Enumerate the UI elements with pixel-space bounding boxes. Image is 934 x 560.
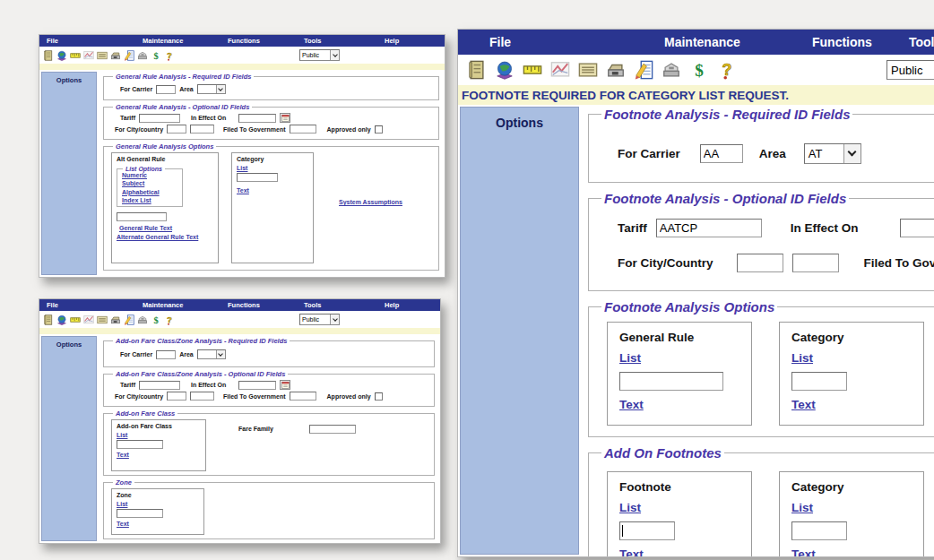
globe-icon[interactable] bbox=[56, 314, 67, 325]
text-link[interactable]: Text bbox=[791, 547, 912, 556]
in-effect-on-input[interactable] bbox=[238, 114, 276, 123]
menu-file[interactable]: File bbox=[47, 37, 143, 45]
dollar-icon[interactable]: $ bbox=[689, 60, 709, 80]
alternate-general-rule-text-link[interactable]: Alternate General Rule Text bbox=[117, 234, 213, 240]
folder-icon[interactable] bbox=[578, 60, 598, 80]
country-input[interactable] bbox=[190, 125, 214, 134]
menu-maintenance[interactable]: Maintenance bbox=[664, 35, 812, 49]
globe-icon[interactable] bbox=[56, 50, 67, 61]
approved-only-checkbox[interactable] bbox=[375, 392, 383, 401]
chevron-down-icon[interactable] bbox=[330, 314, 339, 324]
city-input[interactable] bbox=[167, 392, 186, 401]
options-panel[interactable]: Options bbox=[41, 72, 97, 275]
menu-file[interactable]: File bbox=[47, 301, 143, 309]
list-link[interactable]: List bbox=[791, 351, 912, 365]
fare-class-list-input[interactable] bbox=[117, 440, 163, 449]
list-link[interactable]: List bbox=[117, 501, 199, 507]
menu-tools[interactable]: Tools bbox=[304, 301, 385, 309]
folder-icon[interactable] bbox=[97, 314, 108, 325]
fare-family-input[interactable] bbox=[309, 425, 356, 434]
system-assumptions-link[interactable]: System Assumptions bbox=[339, 199, 402, 205]
options-panel[interactable]: Options bbox=[460, 107, 579, 555]
register-icon[interactable] bbox=[606, 60, 626, 80]
menu-help[interactable]: Help bbox=[385, 301, 399, 309]
city-input[interactable] bbox=[167, 125, 186, 134]
text-link[interactable]: Text bbox=[237, 187, 308, 194]
register-icon[interactable] bbox=[110, 50, 121, 61]
zone-list-input[interactable] bbox=[117, 509, 163, 518]
chevron-down-icon[interactable] bbox=[216, 350, 225, 358]
list-link[interactable]: List bbox=[237, 165, 308, 171]
list-link[interactable]: List bbox=[619, 351, 739, 365]
numeric-link[interactable]: Numeric bbox=[122, 172, 177, 178]
calendar-icon[interactable] bbox=[280, 380, 290, 390]
alt-general-rule-input[interactable] bbox=[117, 212, 167, 221]
menu-functions[interactable]: Functions bbox=[228, 37, 304, 45]
tariff-input[interactable] bbox=[139, 381, 180, 390]
for-carrier-input[interactable] bbox=[700, 144, 743, 163]
menu-functions[interactable]: Functions bbox=[812, 35, 909, 49]
category-list-input[interactable] bbox=[237, 173, 278, 182]
in-effect-on-input[interactable] bbox=[238, 381, 276, 390]
folder-icon[interactable] bbox=[97, 50, 108, 61]
dollar-icon[interactable]: $ bbox=[151, 50, 161, 61]
calendar-icon[interactable] bbox=[280, 113, 290, 123]
country-input[interactable] bbox=[190, 392, 214, 401]
globe-icon[interactable] bbox=[495, 60, 515, 80]
chevron-down-icon[interactable] bbox=[216, 85, 225, 93]
help-icon[interactable]: ? bbox=[164, 50, 175, 61]
register-icon[interactable] bbox=[110, 314, 121, 325]
list-link[interactable]: List bbox=[117, 432, 201, 438]
general-rule-text-link[interactable]: General Rule Text bbox=[119, 225, 213, 231]
list-link[interactable]: List bbox=[791, 501, 912, 514]
printer-icon[interactable] bbox=[137, 50, 148, 61]
menu-help[interactable]: Help bbox=[385, 37, 399, 45]
list-link[interactable]: List bbox=[619, 501, 739, 514]
pencil-icon[interactable] bbox=[634, 60, 653, 80]
scope-select[interactable]: Public bbox=[299, 314, 340, 325]
menu-maintenance[interactable]: Maintenance bbox=[143, 37, 228, 45]
printer-icon[interactable] bbox=[662, 60, 681, 80]
area-select[interactable] bbox=[197, 349, 226, 359]
ruler-icon[interactable] bbox=[70, 314, 81, 325]
text-link[interactable]: Text bbox=[117, 452, 201, 458]
help-icon[interactable]: ? bbox=[717, 60, 737, 80]
text-link[interactable]: Text bbox=[791, 398, 912, 411]
subject-link[interactable]: Subject bbox=[122, 180, 177, 186]
category-list-input[interactable] bbox=[791, 372, 847, 391]
pencil-icon[interactable] bbox=[124, 314, 134, 325]
tariff-input[interactable] bbox=[656, 219, 762, 237]
ruler-icon[interactable] bbox=[70, 50, 81, 61]
menu-maintenance[interactable]: Maintenance bbox=[143, 301, 228, 309]
ruler-icon[interactable] bbox=[523, 60, 542, 80]
filed-to-government-input[interactable] bbox=[290, 125, 316, 134]
alphabetical-link[interactable]: Alphabetical bbox=[122, 189, 177, 195]
footnote-list-input[interactable] bbox=[619, 521, 675, 540]
general-rule-list-input[interactable] bbox=[619, 372, 723, 391]
area-select[interactable]: AT bbox=[804, 143, 861, 164]
chart-icon[interactable] bbox=[83, 50, 94, 61]
options-panel[interactable]: Options bbox=[41, 336, 97, 541]
scope-select[interactable]: Public bbox=[299, 49, 340, 61]
chevron-down-icon[interactable] bbox=[330, 50, 339, 60]
for-carrier-input[interactable] bbox=[156, 350, 176, 359]
filed-to-government-input[interactable] bbox=[290, 392, 316, 401]
area-select[interactable] bbox=[197, 84, 226, 94]
text-link[interactable]: Text bbox=[619, 547, 739, 556]
scope-select[interactable]: Public bbox=[886, 60, 934, 80]
text-link[interactable]: Text bbox=[619, 398, 739, 411]
approved-only-checkbox[interactable] bbox=[375, 125, 383, 134]
menu-file[interactable]: File bbox=[489, 35, 664, 49]
dollar-icon[interactable]: $ bbox=[151, 314, 161, 325]
text-link[interactable]: Text bbox=[117, 521, 199, 527]
in-effect-on-input[interactable] bbox=[900, 219, 934, 237]
notebook-icon[interactable] bbox=[43, 314, 54, 325]
index-list-link[interactable]: Index List bbox=[122, 197, 177, 203]
menu-functions[interactable]: Functions bbox=[228, 301, 304, 309]
city-input[interactable] bbox=[737, 254, 783, 272]
menu-tools[interactable]: Tools bbox=[304, 37, 385, 45]
chart-icon[interactable] bbox=[550, 60, 570, 80]
pencil-icon[interactable] bbox=[124, 50, 134, 61]
chart-icon[interactable] bbox=[83, 314, 94, 325]
country-input[interactable] bbox=[792, 254, 839, 272]
